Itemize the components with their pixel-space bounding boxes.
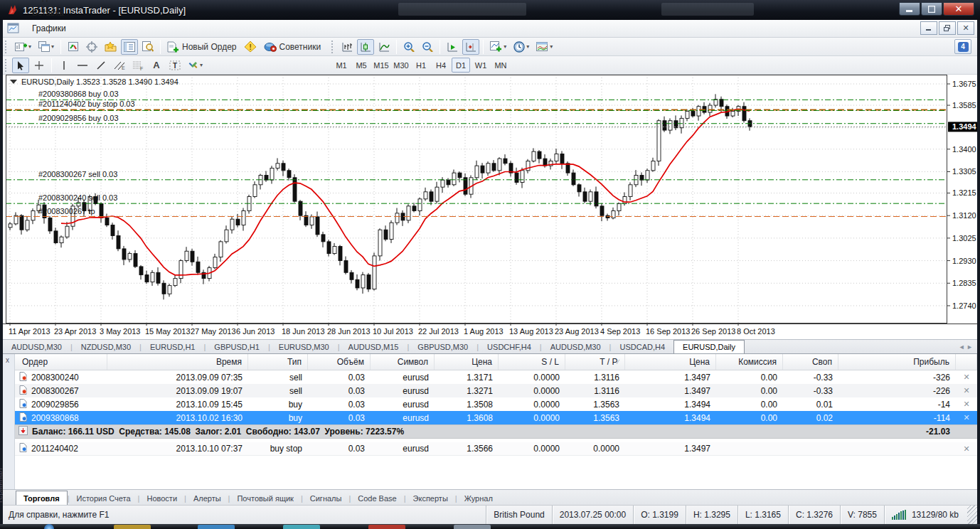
chart-document-icon[interactable]	[7, 23, 20, 34]
column-header-1[interactable]: Время	[107, 354, 248, 370]
close-order-button[interactable]: ✕	[956, 400, 977, 409]
tab-scroll-arrows[interactable]: ◄ ►	[959, 343, 973, 353]
close-order-button[interactable]: ✕	[956, 386, 977, 395]
horizontal-line-button[interactable]	[74, 58, 91, 73]
auto-scroll-button[interactable]	[444, 39, 461, 55]
data-window-button[interactable]	[139, 39, 156, 55]
chart-tab-3[interactable]: GBPUSD,H1	[206, 341, 268, 353]
vertical-line-button[interactable]	[55, 58, 73, 73]
crosshair-button[interactable]	[83, 39, 100, 55]
timeframe-m5[interactable]: M5	[352, 58, 371, 73]
toolbar-grip[interactable]	[5, 41, 9, 53]
column-header-8[interactable]: Цена	[625, 354, 716, 370]
column-header-3[interactable]: Объём	[308, 354, 371, 370]
chart-tab-10[interactable]: EURUSD,Daily	[673, 340, 745, 353]
candlestick-chart-button[interactable]	[357, 39, 374, 55]
toolbar-grip[interactable]	[331, 41, 335, 53]
timeframe-m15[interactable]: M15	[372, 58, 390, 73]
column-header-4[interactable]: Символ	[371, 354, 435, 370]
market-watch-button[interactable]	[65, 39, 82, 55]
terminal-tab-0[interactable]: Торговля	[16, 491, 68, 505]
chart-tab-6[interactable]: GBPUSD,M30	[409, 341, 476, 353]
arrows-button[interactable]: ▾	[185, 58, 206, 73]
order-row-2008300240[interactable]: 20083002402013.09.09 07:35sell0.03eurusd…	[15, 370, 977, 384]
timeframe-m1[interactable]: M1	[332, 58, 351, 73]
profiles-button[interactable]: ▾	[36, 39, 57, 55]
column-header-0[interactable]: Ордер	[15, 354, 107, 370]
terminal-tab-8[interactable]: Журнал	[457, 491, 500, 505]
chart-shift-button[interactable]	[462, 39, 479, 55]
timeframe-m30[interactable]: M30	[392, 58, 410, 73]
close-button[interactable]: ✕	[943, 2, 974, 16]
mdi-close-button[interactable]: ✕	[957, 21, 974, 35]
timeframe-d1[interactable]: D1	[452, 58, 470, 73]
trend-line-button[interactable]	[92, 58, 110, 73]
taskbar-app-icon[interactable]	[368, 525, 405, 529]
line-chart-button[interactable]	[376, 39, 393, 55]
mdi-restore-button[interactable]	[939, 21, 956, 35]
order-row-2009029856[interactable]: 20090298562013.10.09 15:45buy0.03eurusd1…	[15, 397, 977, 411]
column-header-6[interactable]: S / L	[499, 354, 565, 370]
fibonacci-button[interactable]: F	[129, 58, 147, 73]
start-button-icon[interactable]	[44, 524, 54, 529]
timeframe-w1[interactable]: W1	[472, 58, 490, 73]
close-order-button[interactable]: ✕	[956, 373, 977, 382]
close-order-button[interactable]: ✕	[956, 444, 977, 454]
order-row-2008300267[interactable]: 20083002672013.09.09 19:07sell0.03eurusd…	[15, 384, 977, 397]
pending-order-row-2011240402[interactable]: 20112404022013.10.10 07:37buy stop0.03eu…	[15, 442, 977, 456]
alerts-button[interactable]: !	[241, 39, 260, 55]
terminal-tab-4[interactable]: Почтовый ящик	[230, 491, 300, 505]
menu-item-3[interactable]: Графики	[24, 21, 74, 36]
experts-button[interactable]: Советники	[261, 39, 324, 55]
community-messages-button[interactable]: 4	[954, 39, 971, 54]
column-header-10[interactable]: Своп	[783, 354, 838, 370]
chart-tab-7[interactable]: USDCHF,H4	[479, 341, 540, 353]
crosshair-tool-button[interactable]	[31, 58, 48, 73]
zoom-out-button[interactable]	[419, 39, 436, 55]
chart-tab-9[interactable]: USDCAD,H4	[611, 341, 673, 353]
equidistant-channel-button[interactable]: E	[111, 58, 128, 73]
close-order-button[interactable]: ✕	[956, 413, 977, 422]
menu-item-2[interactable]: Вставка	[24, 5, 74, 21]
indicators-button[interactable]: ▾	[487, 39, 509, 55]
taskbar-app-icon[interactable]	[283, 525, 320, 529]
terminal-tab-7[interactable]: Эксперты	[406, 491, 455, 505]
minimize-button[interactable]	[899, 2, 920, 16]
periods-button[interactable]: ▾	[511, 39, 532, 55]
chart-tab-2[interactable]: EURUSD,H1	[142, 341, 204, 353]
chart-tab-8[interactable]: AUDUSD,M30	[542, 341, 609, 353]
chart-tab-1[interactable]: NZDUSD,M30	[73, 341, 139, 353]
resize-grip[interactable]	[967, 506, 977, 524]
table-header[interactable]: ОрдерВремяТипОбъёмСимволЦенаS / LT / P ∕…	[15, 354, 977, 370]
chart-tab-4[interactable]: EURUSD,M30	[270, 341, 338, 353]
timeframe-mn[interactable]: MN	[491, 58, 510, 73]
mdi-minimize-button[interactable]	[920, 21, 937, 35]
maximize-button[interactable]	[921, 2, 942, 16]
column-header-9[interactable]: Комиссия	[716, 354, 783, 370]
toolbar-grip[interactable]	[5, 59, 9, 72]
taskbar-app-icon[interactable]	[198, 525, 235, 529]
text-label-button[interactable]: T	[166, 58, 183, 73]
terminal-tab-5[interactable]: Сигналы	[303, 491, 349, 505]
timeframe-h4[interactable]: H4	[432, 58, 450, 73]
favorites-button[interactable]	[102, 39, 119, 55]
navigator-button[interactable]	[121, 39, 138, 55]
titlebar[interactable]: 1251131: InstaTrader - [EURUSD,Daily] ✕	[0, 0, 980, 20]
price-chart[interactable]: #2009380868 buy 0.03#2011240402 buy stop…	[3, 75, 977, 339]
zoom-in-button[interactable]	[400, 39, 417, 55]
windows-taskbar[interactable]	[0, 524, 980, 529]
taskbar-app-icon[interactable]	[114, 525, 151, 529]
chart-tab-0[interactable]: AUDUSD,M30	[3, 341, 70, 353]
chart-tab-5[interactable]: AUDUSD,M15	[340, 341, 408, 353]
terminal-close-button[interactable]: x	[6, 356, 9, 364]
new-chart-button[interactable]: ▾	[12, 39, 34, 55]
bar-chart-button[interactable]	[339, 39, 356, 55]
templates-button[interactable]: ▾	[533, 39, 555, 55]
menu-item-1[interactable]: Вид	[24, 0, 74, 5]
column-header-7[interactable]: T / P ∕	[565, 354, 625, 370]
timeframe-h1[interactable]: H1	[412, 58, 430, 73]
chart-header[interactable]: EURUSD,Daily 1.3523 1.3528 1.3490 1.3494	[10, 78, 179, 86]
column-header-5[interactable]: Цена	[435, 354, 499, 370]
cursor-button[interactable]	[12, 58, 29, 73]
terminal-tab-2[interactable]: Новости	[139, 491, 184, 505]
